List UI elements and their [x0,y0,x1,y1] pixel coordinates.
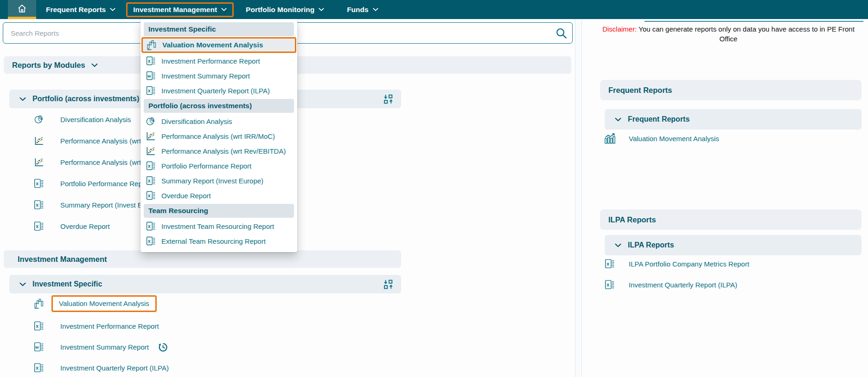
menu-item-label: Diversification Analysis [161,117,232,125]
investment-management-heading: Investment Management [4,250,401,268]
scatter-chart-icon [145,145,156,156]
menu-group-header-team-resourcing: Team Resourcing [144,204,294,218]
chevron-down-icon [91,63,98,67]
excel-file-icon [145,176,156,186]
highlight-outline: Valuation Movement Analysis [51,295,157,312]
ilpa-reports-section-header[interactable]: ILPA Reports [605,235,862,255]
nav-item-frequent-reports[interactable]: Frequent Reports [46,6,115,14]
menu-group-header-investment-specific: Investment Specific [144,22,294,36]
nav-item-label: Investment Management [133,6,217,14]
menu-group-header-portfolio: Portfolio (across investments) [144,99,294,113]
menu-item-valuation-movement-analysis[interactable]: Valuation Movement Analysis [141,37,296,53]
frequent-reports-section-header[interactable]: Frequent Reports [605,109,862,130]
menu-item-summary-report-invest-europe[interactable]: Summary Report (Invest Europe) [140,173,297,188]
excel-file-icon [33,362,45,373]
excel-file-icon [33,320,45,332]
menu-item-investment-quarterly-report-ilpa[interactable]: Investment Quarterly Report (ILPA) [140,83,297,98]
nav-item-label: Funds [347,6,369,14]
menu-item-label: Summary Report (Invest Europe) [161,177,263,185]
history-icon[interactable] [157,341,168,352]
report-row: Investment Summary Report [33,339,168,355]
menu-item-performance-analysis-irr-moc[interactable]: Performance Analysis (wrt IRR/MoC) [140,129,297,143]
report-link-investment-performance-report[interactable]: Investment Performance Report [60,322,159,330]
menu-item-label: Performance Analysis (wrt Rev/EBITDA) [161,147,286,155]
menu-item-external-team-resourcing-report[interactable]: External Team Resourcing Report [140,234,297,248]
report-link-valuation-movement-analysis[interactable]: Valuation Movement Analysis [629,135,719,143]
chevron-down-icon [19,97,26,101]
heading-label: Frequent Reports [608,86,672,95]
scrollbar-track[interactable] [575,19,582,377]
report-link-portfolio-performance-report[interactable]: Portfolio Performance Report [60,180,150,188]
menu-item-label: Portfolio Performance Report [161,162,251,170]
disclaimer-body: You can generate reports only on data yo… [638,25,855,43]
nav-item-label: Portfolio Monitoring [246,6,314,14]
report-link-diversification-analysis[interactable]: Diversification Analysis [60,116,131,124]
pie-chart-icon [145,116,156,127]
reports-dashboard-page: Frequent Reports Investment Management P… [0,0,868,377]
disclaimer-text: Disclaimer: You can generate reports onl… [599,24,858,44]
menu-item-investment-team-resourcing-report[interactable]: Investment Team Resourcing Report [140,219,297,234]
nav-item-portfolio-monitoring[interactable]: Portfolio Monitoring [246,6,324,14]
report-link-investment-quarterly-report-ilpa[interactable]: Investment Quarterly Report (ILPA) [629,281,737,289]
chevron-down-icon [319,8,324,11]
nav-item-label: Frequent Reports [46,6,106,14]
disclaimer-label: Disclaimer: [602,25,637,33]
menu-item-diversification-analysis[interactable]: Diversification Analysis [140,114,297,129]
report-link-investment-quarterly-report-ilpa[interactable]: Investment Quarterly Report (ILPA) [60,364,169,372]
report-row: Investment Performance Report [33,318,159,334]
scatter-chart-icon [145,130,156,142]
report-row: Valuation Movement Analysis [33,296,157,312]
report-link-investment-summary-report[interactable]: Investment Summary Report [60,343,149,351]
report-row: Portfolio Performance Report [33,176,150,191]
menu-item-overdue-report[interactable]: Overdue Report [140,188,297,203]
menu-item-label: External Team Resourcing Report [161,237,266,245]
menu-item-label: Overdue Report [161,192,211,200]
chevron-down-icon [615,243,621,247]
bar-trend-chart-icon [603,133,617,144]
report-link-valuation-movement-analysis[interactable]: Valuation Movement Analysis [59,299,149,307]
section-title: ILPA Reports [628,241,674,249]
divider [645,21,863,22]
excel-file-icon [145,221,156,231]
top-navbar: Frequent Reports Investment Management P… [0,0,868,19]
report-row: Investment Quarterly Report (ILPA) [603,277,737,292]
investment-management-dropdown-menu: Investment Specific Valuation Movement A… [140,19,297,252]
excel-file-icon [33,221,45,232]
menu-item-label: Valuation Movement Analysis [162,41,263,49]
excel-file-icon [145,161,156,171]
frequent-reports-heading: Frequent Reports [600,80,862,100]
menu-item-investment-performance-report[interactable]: Investment Performance Report [140,53,297,68]
report-link-ilpa-portfolio-company-metrics-report[interactable]: ILPA Portfolio Company Metrics Report [629,260,749,268]
nav-item-investment-management[interactable]: Investment Management [126,2,234,17]
swap-vertical-icon[interactable] [383,94,394,104]
report-row: Investment Quarterly Report (ILPA) [33,360,169,376]
report-link-overdue-report[interactable]: Overdue Report [60,222,110,230]
scatter-chart-icon [33,135,45,146]
investment-specific-section-header[interactable]: Investment Specific [9,275,401,293]
ilpa-reports-heading: ILPA Reports [600,209,862,230]
menu-item-performance-analysis-rev-ebitda[interactable]: Performance Analysis (wrt Rev/EBITDA) [140,143,297,158]
menu-item-investment-summary-report[interactable]: Investment Summary Report [140,68,297,83]
waterfall-chart-icon [33,298,45,309]
chevron-down-icon [110,8,115,11]
menu-item-label: Performance Analysis (wrt IRR/MoC) [161,132,275,140]
search-icon [555,27,568,39]
section-title: Reports by Modules [12,61,85,70]
excel-file-icon [145,56,156,66]
excel-file-icon [603,258,617,269]
pie-chart-icon [33,114,45,125]
heading-label: ILPA Reports [608,215,656,224]
menu-item-label: Investment Quarterly Report (ILPA) [161,87,270,95]
heading-label: Investment Management [18,255,107,264]
nav-item-funds[interactable]: Funds [347,6,378,14]
excel-file-icon [145,85,156,96]
menu-item-label: Investment Performance Report [161,57,260,65]
chevron-down-icon [615,117,621,122]
swap-vertical-icon[interactable] [383,279,394,290]
section-title: Investment Specific [32,280,102,288]
excel-file-icon [33,199,45,210]
nav-home-button[interactable] [8,0,36,19]
menu-item-label: Investment Team Resourcing Report [161,222,274,230]
menu-item-portfolio-performance-report[interactable]: Portfolio Performance Report [140,158,297,173]
excel-file-icon [603,279,617,290]
